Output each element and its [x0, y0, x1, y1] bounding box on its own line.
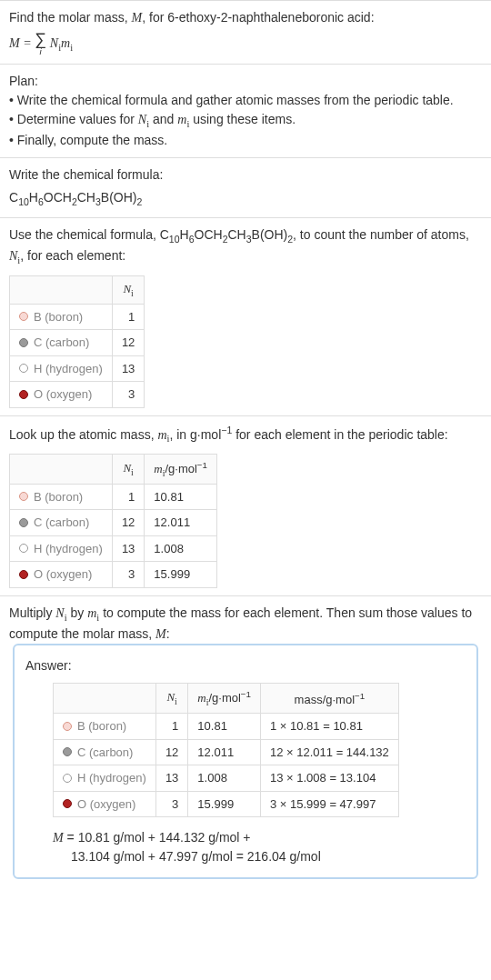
element-cell: H (hydrogen): [54, 765, 156, 792]
pb2-end: using these items.: [189, 112, 296, 126]
n-cell: 12: [112, 330, 144, 356]
hN: N: [123, 282, 131, 295]
element-name: C (carbon): [34, 515, 89, 529]
lk-a: Look up the atomic mass,: [9, 426, 157, 441]
hdr-mi: mi/g·mol−1: [188, 684, 261, 714]
plan-bullet-3: • Finally, compute the mass.: [9, 131, 482, 150]
result-line2: 13.104 g/mol + 47.997 g/mol = 216.04 g/m…: [25, 847, 466, 866]
plan-bullet-1: • Write the chemical formula and gather …: [9, 91, 482, 110]
element-cell: C (carbon): [10, 510, 113, 536]
m-cell: 1.008: [188, 765, 261, 792]
mu-M: M: [155, 627, 166, 641]
m-cell: 15.999: [188, 791, 261, 817]
hi2: i: [131, 467, 134, 477]
element-cell: O (oxygen): [54, 791, 156, 817]
lk-b: , in g·mol: [169, 426, 221, 441]
mass-cell: 1 × 10.81 = 10.81: [260, 714, 398, 740]
element-dot-icon: [63, 799, 72, 808]
plan-bullet-2: • Determine values for Ni and mi using t…: [9, 110, 482, 132]
ct-d: CH: [227, 227, 246, 242]
m-cell: 12.011: [145, 510, 217, 536]
count-table: Ni B (boron)1C (carbon)12H (hydrogen)13O…: [9, 275, 145, 408]
lookup-text: Look up the atomic mass, mi, in g·mol−1 …: [9, 424, 482, 446]
element-cell: H (hydrogen): [10, 535, 113, 562]
hi: i: [131, 288, 134, 298]
am: m: [197, 692, 205, 705]
element-cell: H (hydrogen): [10, 355, 113, 382]
f-10: 10: [18, 196, 29, 207]
hdr-empty: [10, 454, 113, 484]
ct-c: OCH: [195, 227, 223, 242]
f-ch3: CH: [77, 190, 95, 205]
hdr-empty: [10, 275, 113, 304]
element-name: O (oxygen): [34, 387, 92, 401]
hN2: N: [123, 461, 131, 475]
eq-rhs: Nimi: [50, 36, 73, 50]
element-dot-icon: [19, 312, 28, 321]
answer-title: Answer:: [25, 656, 466, 675]
n-cell: 12: [155, 739, 187, 765]
count-text: Use the chemical formula, C10H6OCH2CH3B(…: [9, 225, 482, 268]
lookup-table: Ni mi/g·mol−1 B (boron)110.81C (carbon)1…: [9, 454, 217, 588]
element-dot-icon: [19, 518, 28, 527]
f-ch2: CH: [54, 190, 72, 205]
hdr-empty: [54, 684, 156, 714]
table-header-row: Ni mi/g·mol−1: [10, 454, 217, 484]
m-cell: 15.999: [145, 562, 217, 588]
table-row: H (hydrogen)131.008: [10, 535, 217, 562]
mu-b: by: [67, 605, 88, 620]
element-name: H (hydrogen): [34, 362, 103, 375]
intro-equation: M = ∑i Nimi: [9, 31, 482, 56]
lk-c: for each element in the periodic table:: [232, 426, 447, 441]
n-cell: 3: [112, 562, 144, 588]
ct-10: 10: [169, 234, 180, 245]
hdr-ni: Ni: [155, 684, 187, 714]
element-name: B (boron): [77, 719, 126, 733]
ams: mass/g·mol: [295, 693, 355, 706]
hdr-ni: Ni: [112, 275, 144, 304]
f-c: C: [9, 190, 18, 205]
var-m: m: [61, 36, 70, 50]
multiply-text: Multiply Ni by mi to compute the mass fo…: [9, 604, 482, 645]
m-cell: 10.81: [188, 714, 261, 740]
lk-exp: −1: [221, 425, 232, 435]
n-cell: 13: [112, 355, 144, 382]
pb2-and: and: [149, 112, 177, 126]
element-cell: B (boron): [10, 484, 113, 510]
element-dot-icon: [63, 722, 72, 731]
aN: N: [166, 690, 175, 704]
m-cell: 1.008: [145, 535, 217, 562]
element-dot-icon: [19, 364, 28, 373]
element-name: C (carbon): [77, 745, 133, 759]
multiply-section: Multiply Ni by mi to compute the mass fo…: [0, 595, 491, 895]
hdr-mi: mi/g·mol−1: [145, 454, 217, 484]
m-cell: 12.011: [188, 739, 261, 765]
element-name: O (oxygen): [77, 797, 135, 811]
table-row: O (oxygen)315.999: [10, 562, 217, 588]
n-cell: 3: [155, 791, 187, 817]
rM: M: [53, 831, 64, 845]
element-dot-icon: [63, 774, 72, 783]
element-dot-icon: [19, 570, 28, 579]
n-cell: 3: [112, 382, 144, 408]
mu-m: m: [87, 606, 96, 620]
element-cell: B (boron): [10, 304, 113, 330]
element-name: H (hydrogen): [77, 771, 146, 785]
mu-N: N: [55, 606, 64, 620]
sub-i2: i: [70, 42, 73, 52]
n-cell: 1: [155, 714, 187, 740]
ct-g: , for each element:: [20, 248, 125, 263]
m-cell: 10.81: [145, 484, 217, 510]
sigma-icon: ∑i: [35, 31, 46, 56]
element-name: B (boron): [34, 310, 83, 324]
pb2-m: m: [177, 113, 186, 126]
answer-table: Ni mi/g·mol−1 mass/g·mol−1 B (boron)110.…: [53, 683, 399, 817]
table-row: B (boron)110.811 × 10.81 = 10.81: [54, 714, 399, 740]
n-cell: 12: [112, 510, 144, 536]
pb2-a: • Determine values for: [9, 112, 138, 126]
lk-m: m: [157, 427, 166, 441]
element-dot-icon: [63, 747, 72, 756]
table-header-row: Ni: [10, 275, 145, 304]
formula-title: Write the chemical formula:: [9, 165, 482, 185]
element-dot-icon: [19, 544, 28, 553]
